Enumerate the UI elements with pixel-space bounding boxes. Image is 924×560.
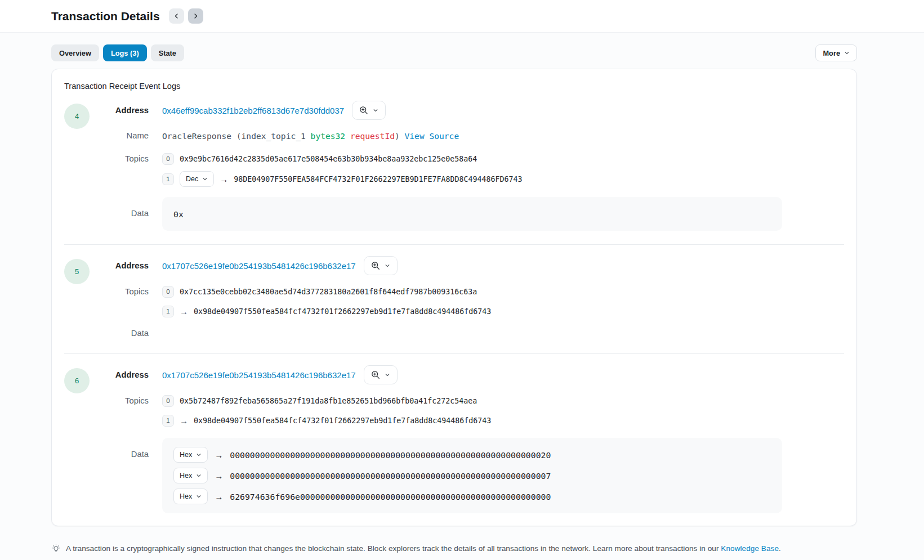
data-encoding-value: Hex [180, 451, 192, 459]
chevron-down-icon [373, 107, 378, 113]
arrow-right-icon: → [180, 416, 188, 425]
transaction-details-page: Transaction Details OverviewLogs (3)Stat… [0, 0, 924, 560]
data-value: 0000000000000000000000000000000000000000… [230, 471, 551, 481]
tabs-toolbar: OverviewLogs (3)State More [0, 33, 924, 61]
log-divider [64, 353, 844, 354]
data-row: Hex→000000000000000000000000000000000000… [173, 447, 771, 463]
data-value: 0000000000000000000000000000000000000000… [230, 450, 551, 460]
data-label: Data [115, 197, 149, 231]
topic-index-badge: 1 [162, 306, 174, 317]
address-filter-button[interactable] [352, 101, 386, 120]
chevron-down-icon [844, 50, 850, 56]
address-link[interactable]: 0x46eff99cab332f1b2eb2ff6813d67e7d30fdd0… [162, 106, 344, 115]
address-filter-button[interactable] [364, 365, 398, 384]
topics-list: 00x9e9bc7616d42c2835d05ae617e508454e63b3… [149, 151, 844, 187]
tab-list: OverviewLogs (3)State [51, 44, 815, 61]
arrow-right-icon: → [215, 450, 223, 460]
magnifier-plus-icon [371, 261, 380, 270]
info-footer: A transaction is a cryptographically sig… [0, 544, 924, 553]
lightbulb-icon [51, 544, 61, 553]
data-label: Data [115, 438, 149, 513]
arrow-right-icon: → [215, 492, 223, 501]
card-heading: Transaction Receipt Event Logs [64, 82, 844, 91]
data-value: 626974636f696e00000000000000000000000000… [230, 492, 551, 501]
data-row: Hex→626974636f696e0000000000000000000000… [173, 489, 771, 504]
knowledge-base-link[interactable]: Knowledge Base [721, 544, 779, 553]
view-source-link[interactable]: View Source [405, 131, 459, 141]
footer-text: A transaction is a cryptographically sig… [66, 544, 781, 553]
magnifier-plus-icon [371, 370, 380, 379]
tab-overview[interactable]: Overview [51, 44, 99, 61]
event-name-row: OracleResponse (index_topic_1 bytes32 re… [149, 129, 844, 142]
data-cell: 0x [149, 197, 844, 231]
arrow-right-icon: → [180, 307, 188, 316]
address-link[interactable]: 0x1707c526e19fe0b254193b5481426c196b632e… [162, 370, 356, 380]
data-encoding-value: Hex [180, 492, 192, 500]
event-logs-list: 4Address0x46eff99cab332f1b2eb2ff6813d67e… [64, 101, 844, 513]
topic-row: 1Dec→98DE04907F550FEA584FCF4732F01F26622… [162, 171, 844, 187]
log-number-badge: 6 [64, 368, 90, 393]
topic-row: 1→0x98de04907f550fea584fcf4732f01f266229… [162, 413, 844, 428]
topic-value: 0x98de04907f550fea584fcf4732f01f2662297e… [194, 416, 491, 425]
topic-index-badge: 0 [162, 153, 174, 165]
log-index-cell: 5 [64, 256, 115, 284]
footer-sentence: A transaction is a cryptographically sig… [66, 544, 721, 553]
topics-label: Topics [115, 151, 149, 166]
param-name: requestId [350, 131, 395, 141]
data-label: Data [115, 329, 149, 340]
data-encoding-select[interactable]: Hex [173, 447, 208, 463]
chevron-right-icon [193, 13, 199, 19]
address-row: 0x1707c526e19fe0b254193b5481426c196b632e… [149, 365, 844, 384]
topic-encoding-select[interactable]: Dec [180, 171, 214, 187]
topic-index-badge: 1 [162, 173, 174, 185]
chevron-down-icon [196, 494, 202, 499]
topic-value: 0x98de04907f550fea584fcf4732f01f2662297e… [194, 307, 491, 316]
chevron-down-icon [385, 263, 390, 268]
prev-transaction-button[interactable] [169, 8, 184, 24]
address-row: 0x46eff99cab332f1b2eb2ff6813d67e7d30fdd0… [149, 101, 844, 120]
topic-row: 00x5b72487f892feba565865a27f191da8fb1e85… [162, 393, 844, 408]
chevron-down-icon [196, 452, 202, 458]
chevron-left-icon [173, 13, 180, 19]
data-cell [149, 329, 844, 340]
address-label: Address [115, 256, 149, 275]
log-number-badge: 5 [64, 259, 90, 284]
tab-logs-3[interactable]: Logs (3) [103, 44, 147, 61]
data-box: 0x [162, 197, 782, 231]
topic-index-badge: 0 [162, 395, 174, 407]
param-type: bytes32 [311, 131, 350, 141]
address-row: 0x1707c526e19fe0b254193b5481426c196b632e… [149, 256, 844, 275]
data-value: 0x [173, 209, 184, 219]
topic-index-badge: 0 [162, 286, 174, 298]
data-encoding-select[interactable]: Hex [173, 489, 208, 504]
address-label: Address [115, 101, 149, 120]
topics-label: Topics [115, 393, 149, 408]
chevron-down-icon [385, 372, 390, 378]
footer-period: . [779, 544, 781, 553]
data-box: Hex→000000000000000000000000000000000000… [162, 438, 782, 513]
event-name-prefix: OracleResponse (index_topic_1 [162, 131, 311, 141]
topic-value: 0x9e9bc7616d42c2835d05ae617e508454e63b30… [180, 155, 477, 163]
topic-index-badge: 1 [162, 415, 174, 427]
page-header: Transaction Details [0, 0, 924, 33]
more-button[interactable]: More [815, 44, 857, 61]
topic-encoding-value: Dec [186, 175, 198, 183]
data-encoding-select[interactable]: Hex [173, 468, 208, 483]
address-link[interactable]: 0x1707c526e19fe0b254193b5481426c196b632e… [162, 261, 356, 271]
name-label: Name [115, 129, 149, 142]
address-filter-button[interactable] [364, 256, 398, 275]
topic-row: 00x9e9bc7616d42c2835d05ae617e508454e63b3… [162, 151, 844, 166]
topic-value: 98DE04907F550FEA584FCF4732F01F2662297EB9… [234, 175, 522, 183]
log-index-cell: 6 [64, 365, 115, 393]
log-divider [64, 244, 844, 245]
topics-label: Topics [115, 284, 149, 299]
log-entry: 5Address0x1707c526e19fe0b254193b5481426c… [64, 256, 844, 340]
next-transaction-button[interactable] [188, 8, 203, 24]
data-encoding-value: Hex [180, 472, 192, 480]
log-number-badge: 4 [64, 104, 90, 129]
data-cell: Hex→000000000000000000000000000000000000… [149, 438, 844, 513]
topics-list: 00x7cc135e0cebb02c3480ae5d74d377283180a2… [149, 284, 844, 319]
tab-state[interactable]: State [151, 44, 184, 61]
page-title: Transaction Details [51, 10, 160, 23]
data-row: Hex→000000000000000000000000000000000000… [173, 468, 771, 483]
